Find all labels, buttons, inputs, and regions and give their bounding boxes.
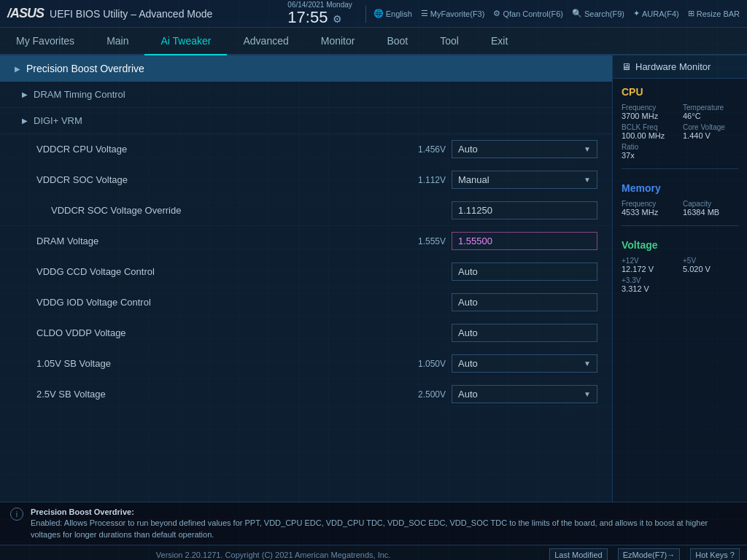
vddcr-soc-override-input[interactable]: 1.11250 xyxy=(452,201,597,219)
dram-timing-label: DRAM Timing Control xyxy=(34,89,125,100)
navigation-bar: My Favorites Main Ai Tweaker Advanced Mo… xyxy=(0,28,747,55)
memory-section-title: Memory xyxy=(613,175,747,197)
vddcr-soc-dropdown[interactable]: Manual ▼ xyxy=(452,171,597,189)
dram-timing-section[interactable]: ▶ DRAM Timing Control xyxy=(0,82,612,108)
dropdown-caret-icon-2: ▼ xyxy=(584,176,591,184)
globe-icon: 🌐 xyxy=(374,9,384,18)
v105-sb-label: 1.05V SB Voltage xyxy=(36,358,406,369)
ezmode-button[interactable]: EzMode(F7)→ xyxy=(618,548,681,560)
resizebar-button[interactable]: ⊞ Resize BAR xyxy=(688,9,740,18)
dropdown-caret-icon-4: ▼ xyxy=(584,390,591,398)
vddcr-cpu-current: 1.456V xyxy=(406,144,446,155)
cldo-vddp-row: CLDO VDDP Voltage Auto xyxy=(0,318,612,349)
v105-sb-current: 1.050V xyxy=(406,359,446,369)
vddcr-cpu-row: VDDCR CPU Voltage 1.456V Auto ▼ xyxy=(0,134,612,165)
digi-vrm-label: DIGI+ VRM xyxy=(34,115,82,126)
vddcr-soc-current: 1.112V xyxy=(406,175,446,185)
bios-title: UEFI BIOS Utility – Advanced Mode xyxy=(50,8,287,20)
dram-voltage-current: 1.555V xyxy=(406,236,446,246)
v12-label: +12V xyxy=(622,257,677,265)
v25-sb-dropdown[interactable]: Auto ▼ xyxy=(452,385,597,403)
v25-sb-current: 2.500V xyxy=(406,389,446,400)
mem-cap-value: 16384 MB xyxy=(683,208,738,217)
search-icon: 🔍 xyxy=(572,9,582,18)
bclk-label: BCLK Freq xyxy=(622,123,677,131)
arrow-right-icon: ▶ xyxy=(15,65,20,73)
vddg-ccd-label: VDDG CCD Voltage Control xyxy=(36,266,406,277)
fan-icon: ⚙ xyxy=(493,9,500,18)
dram-voltage-input[interactable]: 1.55500 xyxy=(452,232,597,250)
nav-boot[interactable]: Boot xyxy=(371,28,424,54)
ratio-label: Ratio xyxy=(622,143,677,151)
arrow-right-icon-3: ▶ xyxy=(22,117,28,125)
tooltip-body: Enabled: Allows Processor to run beyond … xyxy=(31,518,708,538)
cpu-freq-value: 3700 MHz xyxy=(622,112,677,120)
digi-vrm-section[interactable]: ▶ DIGI+ VRM xyxy=(0,108,612,134)
last-modified-button[interactable]: Last Modified xyxy=(549,548,607,560)
cldo-vddp-label: CLDO VDDP Voltage xyxy=(36,327,406,338)
dram-voltage-label: DRAM Voltage xyxy=(36,236,406,246)
bottom-bar: i Precision Boost Overdrive: Enabled: Al… xyxy=(0,502,747,560)
v105-sb-row: 1.05V SB Voltage 1.050V Auto ▼ xyxy=(0,349,612,379)
nav-aitweaker[interactable]: Ai Tweaker xyxy=(144,28,227,55)
nav-advanced[interactable]: Advanced xyxy=(227,28,304,54)
voltage-stats: +12V 12.172 V +5V 5.020 V +3.3V 3.312 V xyxy=(613,254,747,296)
vddg-iod-label: VDDG IOD Voltage Control xyxy=(36,297,406,308)
core-voltage-value: 1.440 V xyxy=(683,131,738,140)
nav-monitor[interactable]: Monitor xyxy=(305,28,371,54)
footer-bar: Version 2.20.1271. Copyright (C) 2021 Am… xyxy=(0,545,747,560)
mem-freq-value: 4533 MHz xyxy=(622,208,677,217)
nav-tool[interactable]: Tool xyxy=(424,28,475,54)
main-layout: ▶ Precision Boost Overdrive ▶ DRAM Timin… xyxy=(0,55,747,502)
hardware-monitor-panel: 🖥 Hardware Monitor CPU Frequency 3700 MH… xyxy=(612,55,747,502)
v5-label: +5V xyxy=(683,257,738,265)
vddcr-soc-override-row: VDDCR SOC Voltage Override 1.11250 xyxy=(0,195,612,226)
english-button[interactable]: 🌐 English xyxy=(374,9,412,18)
header-icons: 🌐 English ☰ MyFavorite(F3) ⚙ Qfan Contro… xyxy=(374,9,740,18)
aura-button[interactable]: ✦ AURA(F4) xyxy=(633,9,679,18)
cpu-section-title: CPU xyxy=(613,79,747,101)
tooltip-bar: i Precision Boost Overdrive: Enabled: Al… xyxy=(0,502,747,545)
dram-voltage-row: DRAM Voltage 1.555V 1.55500 xyxy=(0,226,612,257)
mem-cap-label: Capacity xyxy=(683,200,738,208)
monitor-icon: 🖥 xyxy=(622,61,631,72)
vddcr-cpu-label: VDDCR CPU Voltage xyxy=(36,144,406,155)
vddcr-cpu-dropdown[interactable]: Auto ▼ xyxy=(452,140,597,158)
settings-icon[interactable]: ⚙ xyxy=(333,13,342,25)
cpu-freq-label: Frequency xyxy=(622,104,677,112)
qfan-button[interactable]: ⚙ Qfan Control(F6) xyxy=(493,9,563,18)
nav-exit[interactable]: Exit xyxy=(475,28,524,54)
core-voltage-label: Core Voltage xyxy=(683,123,738,131)
bclk-value: 100.00 MHz xyxy=(622,131,677,140)
hotkeys-button[interactable]: Hot Keys ? xyxy=(690,548,740,560)
cldo-vddp-input[interactable]: Auto xyxy=(452,324,597,342)
cpu-stats: Frequency 3700 MHz Temperature 46°C BCLK… xyxy=(613,101,747,163)
mem-freq-label: Frequency xyxy=(622,200,677,208)
resize-icon: ⊞ xyxy=(688,9,694,18)
v33-value: 3.312 V xyxy=(622,284,677,293)
time-display: 17:55 ⚙ xyxy=(287,9,341,26)
nav-myfavorites[interactable]: My Favorites xyxy=(0,28,90,54)
tooltip-title: Precision Boost Overdrive: xyxy=(31,508,134,516)
vddcr-soc-label: VDDCR SOC Voltage xyxy=(36,174,406,185)
dropdown-caret-icon: ▼ xyxy=(584,145,591,153)
vddg-iod-input[interactable]: Auto xyxy=(452,293,597,311)
info-icon: i xyxy=(10,508,23,521)
precision-boost-section[interactable]: ▶ Precision Boost Overdrive xyxy=(0,55,612,82)
myfavorite-button[interactable]: ☰ MyFavorite(F3) xyxy=(421,9,485,18)
cpu-temp-value: 46°C xyxy=(683,112,738,120)
arrow-right-icon-2: ▶ xyxy=(22,90,28,98)
content-area: ▶ Precision Boost Overdrive ▶ DRAM Timin… xyxy=(0,55,612,502)
v33-label: +3.3V xyxy=(622,276,677,284)
precision-boost-label: Precision Boost Overdrive xyxy=(26,63,144,74)
vddg-ccd-input[interactable]: Auto xyxy=(452,262,597,281)
ratio-value: 37x xyxy=(622,151,677,160)
v25-sb-label: 2.5V SB Voltage xyxy=(36,389,406,400)
v105-sb-dropdown[interactable]: Auto ▼ xyxy=(452,354,597,373)
nav-main[interactable]: Main xyxy=(90,28,144,54)
v5-value: 5.020 V xyxy=(683,265,738,273)
vddg-ccd-row: VDDG CCD Voltage Control Auto xyxy=(0,257,612,287)
dropdown-caret-icon-3: ▼ xyxy=(584,359,591,368)
search-button[interactable]: 🔍 Search(F9) xyxy=(572,9,624,18)
vddg-iod-row: VDDG IOD Voltage Control Auto xyxy=(0,287,612,318)
